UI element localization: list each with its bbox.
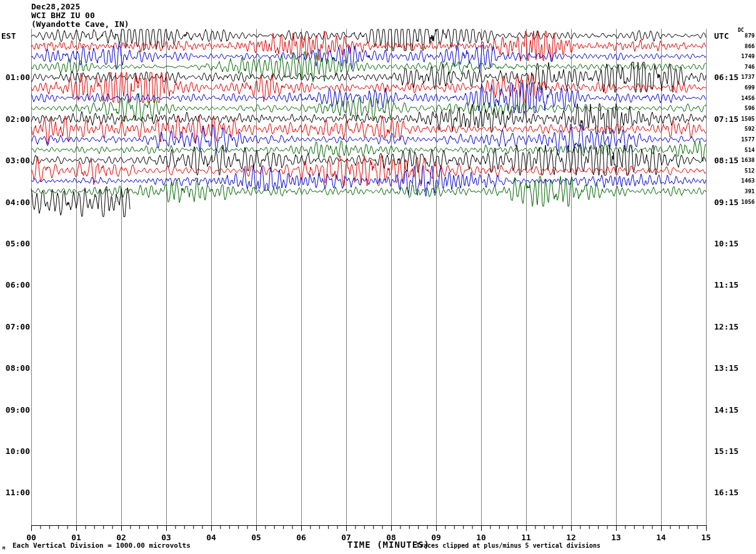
left-hour-label: 02:00 [1,114,30,124]
dc-value-label: 866 [734,43,755,49]
left-hour-label: 11:00 [1,488,30,497]
left-hour-label: 03:00 [1,156,30,165]
corner-watermark-glyph: M [2,546,5,551]
dc-value-label: 1463 [734,178,755,184]
right-hour-label: 13:15 [714,363,739,373]
left-hour-label: 05:00 [1,239,30,248]
dc-value-label: 879 [734,33,755,39]
left-hour-label: 01:00 [1,73,30,82]
dc-value-label: 1638 [734,157,755,163]
dc-value-label: 512 [734,168,755,174]
dc-value-label: 592 [734,126,755,132]
x-axis-tick-label: 04 [202,533,221,542]
dc-value-label: 1737 [734,74,755,80]
station-location: (Wyandotte Cave, IN) [31,20,129,29]
helicorder-page: Dec28,2025 WCI BHZ IU 00 (Wyandotte Cave… [0,0,756,554]
left-timezone-label: EST [1,31,16,41]
x-axis-tick-label: 01 [67,533,86,542]
station-code: WCI BHZ IU 00 [31,11,95,20]
x-axis-tick-label: 15 [697,533,715,542]
right-hour-label: 10:15 [714,239,739,248]
left-hour-label: 07:00 [1,322,30,331]
dc-value-label: 746 [734,64,755,70]
x-axis-tick-label: 05 [247,533,266,542]
x-axis-tick-label: 00 [22,533,41,542]
x-axis-tick-label: 03 [157,533,176,542]
dc-value-label: 514 [734,147,755,153]
dc-value-label: 1749 [734,53,755,59]
clip-note: Traces clipped at plus/minus 5 vertical … [416,542,600,549]
dc-value-label: 596 [734,105,755,111]
dc-value-label: 1456 [734,95,755,101]
x-axis-tick-label: 14 [652,533,670,542]
vertical-division-note: Each Vertical Division = 1000.00 microvo… [12,541,191,550]
x-axis-tick-label: 10 [472,533,490,542]
x-axis-tick-label: 06 [292,533,311,542]
left-hour-label: 04:00 [1,198,30,207]
x-axis-tick-label: 11 [517,533,535,542]
dc-value-label: 699 [734,84,755,91]
right-hour-label: 15:15 [714,446,739,456]
x-axis-tick-label: 02 [112,533,131,542]
x-axis-tick-label: 13 [607,533,625,542]
right-hour-label: 16:15 [714,488,739,497]
helicorder-plot-canvas [0,0,756,554]
right-timezone-label: UTC [714,31,729,41]
right-hour-label: 14:15 [714,405,739,415]
left-hour-label: 10:00 [1,446,30,456]
plot-date: Dec28,2025 [31,3,80,11]
left-hour-label: 09:00 [1,405,30,415]
dc-value-label: 1505 [734,116,755,122]
dc-value-label: 1056 [734,199,755,205]
x-axis-tick-label: 12 [562,533,580,542]
right-hour-label: 11:15 [714,280,739,290]
dc-value-label: 391 [734,188,755,194]
left-hour-label: 08:00 [1,363,30,373]
left-hour-label: 06:00 [1,280,30,290]
right-hour-label: 12:15 [714,322,739,331]
dc-value-label: 1577 [734,136,755,143]
